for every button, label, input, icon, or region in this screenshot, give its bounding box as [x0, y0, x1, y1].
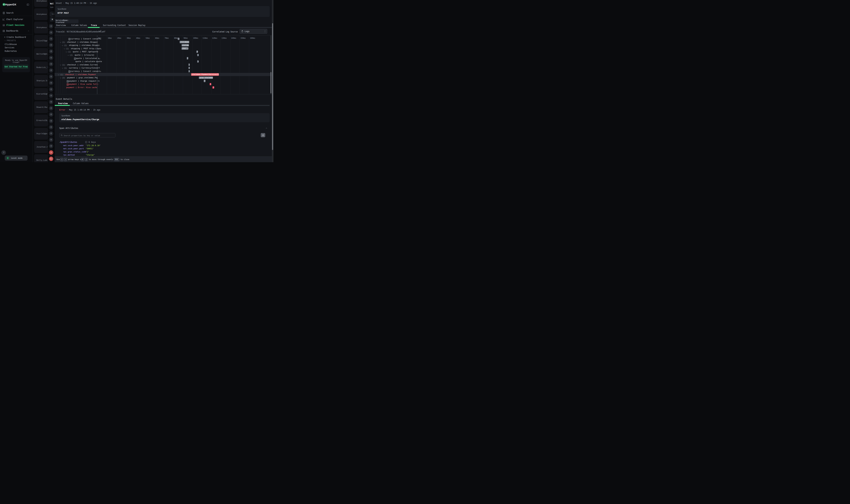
edit-icon[interactable]	[98, 29, 102, 33]
trace-span-row[interactable]: currency | Convert convers…C	[55, 70, 272, 73]
trace-span-row[interactable]: (2)quote | {closure}{	[55, 53, 272, 57]
scrollbar-thumb[interactable]	[272, 23, 273, 150]
trace-span-row[interactable]: payment | Charge request rec…C	[55, 79, 272, 83]
session-card[interactable]: Anonymous	[34, 8, 48, 20]
create-dashboard-button[interactable]: + Create Dashboard	[4, 36, 26, 38]
location-event-button[interactable]	[49, 131, 53, 136]
session-card[interactable]: Jonathan.B	[34, 141, 48, 153]
trace-span-row[interactable]: (1)shipping | POST http://quo…POST ht	[55, 47, 272, 50]
chevron-down-icon[interactable]	[58, 74, 59, 76]
session-card[interactable]: Roderick_S	[34, 61, 48, 73]
location-event-button[interactable]	[49, 125, 53, 129]
location-event-button[interactable]	[49, 87, 53, 92]
trace-span-row[interactable]: (1)checkout | oteldemo.PaymentServi…otel…	[55, 73, 272, 76]
location-event-button[interactable]	[49, 100, 53, 104]
page-scrollbar[interactable]	[272, 0, 273, 162]
location-event-button[interactable]	[49, 43, 53, 47]
trace-span-row[interactable]: payment | Error: Visa cache ful…E	[55, 86, 272, 89]
service-name-chip[interactable]: ServiceName: frontend	[55, 19, 78, 23]
chevron-down-icon[interactable]	[64, 48, 65, 50]
session-card[interactable]: Ernesto33@	[34, 114, 48, 126]
trace-span-row[interactable]: (1)shipping | oteldemo.Shipping…oteldemo	[55, 43, 272, 47]
attribute-row[interactable]: rpc.grpc.status_code"2"	[55, 151, 270, 154]
location-event-button[interactable]	[49, 56, 53, 60]
session-card[interactable]: Deion37@gm	[34, 35, 48, 47]
location-event-button[interactable]	[49, 24, 53, 29]
trace-span-bar[interactable]: c	[197, 60, 199, 63]
attribute-row[interactable]: net.sock.peer.port"50051"	[55, 147, 270, 150]
chevron-down-icon[interactable]	[66, 51, 67, 53]
trace-span-row[interactable]: (3)payment | grpc.oteldemo.Paymen…grpc.o…	[55, 76, 272, 79]
location-event-button[interactable]	[49, 37, 53, 41]
collapse-section-icon[interactable]	[265, 127, 268, 130]
session-card[interactable]: Kieran92@h	[34, 88, 48, 100]
session-card[interactable]: Howard.Run	[34, 101, 48, 113]
presets-toggle[interactable]: PRESETS	[4, 40, 16, 41]
session-card[interactable]: Anonymous	[34, 0, 48, 7]
attribute-search-input[interactable]	[63, 133, 114, 138]
trace-span-row[interactable]: (1)currency | Currency/ConvertC	[55, 66, 272, 70]
trace-span-row[interactable]: (1)quote | POST /getquoteP	[55, 50, 272, 53]
trace-span-bar[interactable]: grpc.oteldemo.	[199, 76, 213, 79]
location-event-button[interactable]	[49, 106, 53, 110]
chevron-down-icon[interactable]	[60, 77, 61, 79]
trace-span-bar[interactable]: C	[188, 67, 190, 69]
location-event-button[interactable]	[49, 74, 53, 79]
attribute-tree-root[interactable]: ▾SpanAttributes {} 6 keys	[59, 141, 96, 143]
preset-kubernetes[interactable]: Kubernetes	[5, 50, 17, 52]
trace-span-bar[interactable]: P	[196, 51, 198, 53]
chevron-down-icon[interactable]	[61, 67, 63, 69]
trace-span-row[interactable]: quote | calculate-quotec	[55, 60, 272, 63]
chevron-down-icon[interactable]	[67, 54, 69, 56]
session-card[interactable]: Shaniya.Sc	[34, 75, 48, 87]
gear-icon[interactable]	[261, 133, 265, 137]
session-card[interactable]: Pearl43@ho	[34, 128, 48, 140]
trace-span-bar[interactable]: o	[188, 64, 190, 66]
trace-span-row[interactable]: payment | Visa cache full: c…V	[55, 83, 272, 86]
location-event-button[interactable]	[49, 68, 53, 73]
local-mode-menu[interactable]: U Local mode	[5, 156, 28, 161]
session-card[interactable]: Walton9@ho	[34, 48, 48, 60]
location-event-button[interactable]	[49, 62, 53, 66]
sidebar-item-search[interactable]: Search	[0, 11, 32, 15]
trace-span-bar[interactable]	[178, 38, 179, 40]
tab-column-values[interactable]: Column Values	[73, 102, 89, 105]
trace-span-row[interactable]: (1)checkout | oteldemo.CurrencySe…o	[55, 63, 272, 67]
trace-span-bar[interactable]: C	[188, 70, 190, 73]
help-button[interactable]: ?	[1, 150, 6, 155]
trace-span-bar[interactable]: oteldemo	[182, 44, 189, 47]
location-event-button[interactable]	[49, 30, 53, 35]
scrollbar-thumb[interactable]	[271, 72, 271, 93]
trace-span-bar[interactable]: C	[204, 80, 205, 82]
preset-clickhouse[interactable]: Clickhouse	[5, 43, 17, 46]
network-event-button[interactable]	[49, 150, 53, 155]
location-event-button[interactable]	[49, 119, 53, 123]
get-started-button[interactable]: Get Started for Free	[4, 65, 28, 69]
trace-span-bar[interactable]: oteldemo.	[180, 41, 189, 43]
chevron-down-icon[interactable]	[60, 41, 61, 43]
location-event-button[interactable]	[49, 138, 53, 142]
sidebar-item-dashboards[interactable]: Dashboards	[0, 29, 32, 33]
trace-span-bar[interactable]: POST ht	[182, 47, 188, 50]
sidebar-item-chart-explorer[interactable]: Chart Explorer	[0, 17, 32, 22]
trace-span-bar[interactable]: E	[212, 86, 214, 89]
log-source-select[interactable]: Logs	[240, 29, 267, 34]
attribute-row[interactable]: rpc.method"Charge"	[55, 154, 270, 157]
trace-span-row[interactable]: (1)checkout | oteldemo.ShippingSe…otelde…	[55, 40, 272, 44]
trace-span-bar[interactable]: C	[187, 57, 188, 59]
sidebar-item-client-sessions[interactable]: Client Sessions	[0, 23, 32, 28]
location-event-button[interactable]	[49, 93, 53, 98]
trace-span-bar[interactable]: {	[197, 54, 199, 56]
console-event-button[interactable]	[49, 157, 53, 161]
chevron-down-icon[interactable]	[61, 44, 63, 47]
preset-services[interactable]: Services	[5, 47, 14, 49]
tab-overview[interactable]: Overview	[58, 102, 68, 105]
attribute-row[interactable]: net.sock.peer.addr"172.28.0.10"	[55, 144, 270, 147]
trace-span-row[interactable]: quote | Calculated q…C	[55, 57, 272, 60]
session-card[interactable]: Dolly.Lubo	[34, 154, 48, 162]
trace-span-bar[interactable]: V	[210, 83, 211, 86]
collapse-sidebar-icon[interactable]	[26, 3, 29, 6]
trace-span-bar[interactable]: oteldemo.PaymentService/Char	[191, 73, 219, 76]
waterfall-scrollbar[interactable]	[270, 35, 272, 94]
session-card[interactable]: Anonymous	[34, 22, 48, 34]
